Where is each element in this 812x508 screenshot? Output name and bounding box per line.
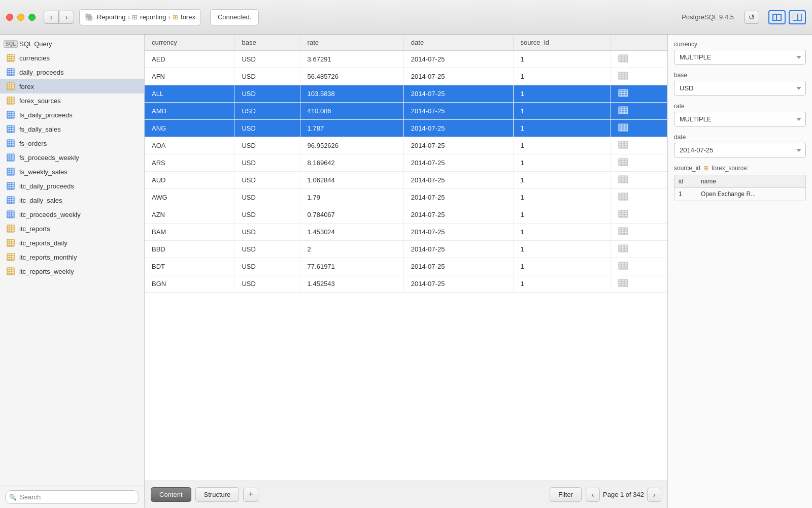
cell-icon[interactable]	[611, 206, 667, 224]
sidebar-item-fs_daily_proceeds[interactable]: fs_daily_proceeds	[0, 108, 144, 122]
table-icon-daily_proceeds	[7, 68, 15, 76]
cell-source_id: 1	[513, 258, 611, 275]
table-row[interactable]: ANGUSD1.7872014-07-251	[145, 120, 667, 137]
row-table-icon	[618, 158, 628, 166]
db-icon: 🐘	[85, 13, 94, 22]
rate-filter-select[interactable]: MULTIPLE	[674, 112, 806, 126]
back-button[interactable]: ‹	[44, 11, 59, 24]
col-header-date[interactable]: date	[403, 35, 513, 51]
sidebar-icon	[6, 53, 15, 62]
structure-tab-button[interactable]: Structure	[195, 487, 240, 502]
table-row[interactable]: AZNUSD0.7840672014-07-251	[145, 206, 667, 224]
sidebar-item-itc_reports_weekly[interactable]: itc_reports_weekly	[0, 264, 144, 278]
sidebar-item-fs_orders[interactable]: fs_orders	[0, 136, 144, 150]
cell-base: USD	[234, 258, 300, 275]
cell-icon[interactable]	[611, 85, 667, 103]
add-row-button[interactable]: +	[243, 488, 258, 502]
sidebar-item-itc_daily_sales[interactable]: itc_daily_sales	[0, 193, 144, 207]
table-row[interactable]: AWGUSD1.792014-07-251	[145, 189, 667, 206]
table-row[interactable]: BDTUSD77.619712014-07-251	[145, 258, 667, 275]
next-page-button[interactable]: ›	[647, 488, 661, 502]
sidebar-item-itc_reports_monthly[interactable]: itc_reports_monthly	[0, 250, 144, 264]
sidebar-item-itc_daily_proceeds[interactable]: itc_daily_proceeds	[0, 179, 144, 193]
cell-icon[interactable]	[611, 68, 667, 85]
cell-base: USD	[234, 51, 300, 68]
sidebar-item-currencies[interactable]: currencies	[0, 51, 144, 65]
cell-date: 2014-07-25	[403, 258, 513, 275]
search-icon: 🔍	[9, 494, 17, 501]
source-ref-label: forex_source:	[712, 165, 749, 172]
cell-icon[interactable]	[611, 189, 667, 206]
cell-icon[interactable]	[611, 241, 667, 258]
cell-icon[interactable]	[611, 224, 667, 241]
cell-icon[interactable]	[611, 103, 667, 120]
sidebar-item-itc_reports[interactable]: itc_reports	[0, 221, 144, 236]
close-button[interactable]	[6, 14, 13, 21]
table-row[interactable]: AUDUSD1.0628442014-07-251	[145, 172, 667, 189]
filter-button[interactable]: Filter	[550, 487, 582, 502]
col-header-[interactable]	[611, 35, 667, 51]
col-header-rate[interactable]: rate	[300, 35, 403, 51]
cell-date: 2014-07-25	[403, 103, 513, 120]
cell-icon[interactable]	[611, 172, 667, 189]
table-row[interactable]: AMDUSD410.0862014-07-251	[145, 103, 667, 120]
breadcrumb-schema[interactable]: ⊞ reporting	[132, 13, 166, 21]
table-row[interactable]: BBDUSD22014-07-251	[145, 241, 667, 258]
table-row[interactable]: AEDUSD3.672912014-07-251	[145, 51, 667, 68]
sidebar-icon	[6, 153, 15, 162]
table-row[interactable]: AOAUSD96.9526262014-07-251	[145, 137, 667, 154]
sidebar-icon	[6, 167, 15, 176]
table-row[interactable]: BAMUSD1.4530242014-07-251	[145, 224, 667, 241]
layout-button-1[interactable]	[768, 10, 786, 24]
cell-icon[interactable]	[611, 137, 667, 154]
col-header-source_id[interactable]: source_id	[513, 35, 611, 51]
sidebar-item-label: itc_reports	[19, 225, 50, 233]
sidebar-item-forex[interactable]: forex	[0, 79, 144, 93]
forward-button[interactable]: ›	[59, 11, 74, 24]
cell-icon[interactable]	[611, 120, 667, 137]
col-header-base[interactable]: base	[234, 35, 300, 51]
sidebar: SQL SQL Query currencies daily_proce	[0, 35, 145, 508]
cell-currency: BGN	[145, 275, 234, 293]
refresh-button[interactable]: ↺	[744, 11, 759, 24]
content-tab-button[interactable]: Content	[151, 487, 191, 502]
traffic-lights	[6, 14, 36, 21]
sidebar-item-fs_proceeds_weekly[interactable]: fs_proceeds_weekly	[0, 150, 144, 165]
table-row[interactable]: ALLUSD103.58382014-07-251	[145, 85, 667, 103]
cell-base: USD	[234, 154, 300, 172]
sidebar-item-fs_weekly_sales[interactable]: fs_weekly_sales	[0, 165, 144, 179]
sidebar-item-forex_sources[interactable]: forex_sources	[0, 93, 144, 108]
cell-icon[interactable]	[611, 154, 667, 172]
base-filter: base USD	[674, 72, 806, 96]
search-input[interactable]	[5, 490, 139, 504]
sidebar-item-SQL Query[interactable]: SQL SQL Query	[0, 37, 144, 51]
cell-icon[interactable]	[611, 258, 667, 275]
source-id-section: source_id ⊞ forex_source: idname1Open Ex…	[674, 165, 806, 201]
sidebar-item-fs_daily_sales[interactable]: fs_daily_sales	[0, 122, 144, 136]
sidebar-item-daily_proceeds[interactable]: daily_proceeds	[0, 65, 144, 79]
sidebar-item-itc_proceeds_weekly[interactable]: itc_proceeds_weekly	[0, 207, 144, 221]
base-filter-select[interactable]: USD	[674, 81, 806, 96]
col-header-currency[interactable]: currency	[145, 35, 234, 51]
sidebar-icon	[6, 96, 15, 105]
sidebar-item-itc_reports_daily[interactable]: itc_reports_daily	[0, 236, 144, 250]
table-row[interactable]: BGNUSD1.4525432014-07-251	[145, 275, 667, 293]
breadcrumb-table[interactable]: ⊞ forex	[173, 13, 195, 21]
cell-rate: 1.453024	[300, 224, 403, 241]
table-row[interactable]: AFNUSD56.4857262014-07-251	[145, 68, 667, 85]
cell-icon[interactable]	[611, 275, 667, 293]
sidebar-icon	[6, 181, 15, 190]
prev-page-button[interactable]: ‹	[586, 488, 600, 502]
data-table: currencybaseratedatesource_idAEDUSD3.672…	[145, 35, 667, 293]
breadcrumb-db[interactable]: 🐘 Reporting	[85, 13, 125, 22]
source-id-cell: 1	[674, 188, 697, 201]
table-row[interactable]: ARSUSD8.1696422014-07-251	[145, 154, 667, 172]
currency-filter-select[interactable]: MULTIPLE	[674, 50, 806, 65]
date-filter: date 2014-07-25	[674, 134, 806, 157]
cell-icon[interactable]	[611, 51, 667, 68]
date-filter-select[interactable]: 2014-07-25	[674, 143, 806, 157]
layout-button-2[interactable]	[789, 10, 806, 24]
sidebar-icon	[6, 252, 15, 262]
maximize-button[interactable]	[28, 14, 36, 21]
minimize-button[interactable]	[17, 14, 24, 21]
